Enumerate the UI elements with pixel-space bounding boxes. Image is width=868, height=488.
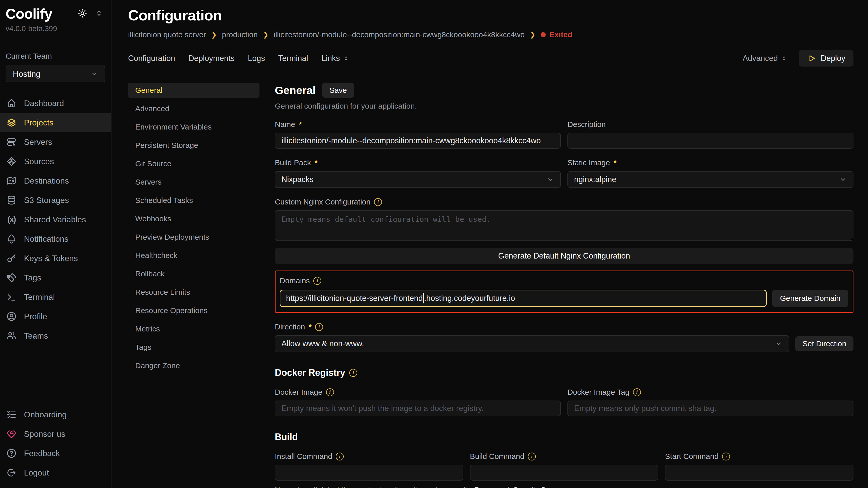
sidebar-item-label: Sources — [24, 157, 54, 166]
config-submenu: General Advanced Environment Variables P… — [128, 83, 259, 377]
sidebar-item-keys-tokens[interactable]: Keys & Tokens — [0, 249, 111, 268]
submenu-git-source[interactable]: Git Source — [128, 156, 259, 171]
tab-configuration[interactable]: Configuration — [128, 54, 175, 63]
start-command-label: Start Command i — [665, 452, 854, 461]
install-command-input[interactable] — [275, 465, 463, 481]
tab-logs[interactable]: Logs — [248, 54, 265, 63]
team-select[interactable]: Hosting — [6, 66, 105, 83]
sidebar-item-logout[interactable]: Logout — [0, 463, 111, 482]
sidebar-item-s3-storages[interactable]: S3 Storages — [0, 191, 111, 210]
submenu-metrics[interactable]: Metrics — [128, 322, 259, 336]
deploy-button[interactable]: Deploy — [799, 50, 854, 67]
static-image-select[interactable]: nginx:alpine — [567, 171, 854, 188]
submenu-advanced[interactable]: Advanced — [128, 101, 259, 116]
sidebar-footer-nav: Onboarding Sponsor us Feedback Logout — [0, 405, 111, 488]
user-circle-icon — [6, 311, 17, 322]
sidebar-item-teams[interactable]: Teams — [0, 326, 111, 346]
sidebar-item-sponsor-us[interactable]: Sponsor us — [0, 424, 111, 444]
submenu-rollback[interactable]: Rollback — [128, 266, 259, 281]
breadcrumb-application[interactable]: illicitestonion/-module--decomposition:m… — [274, 30, 525, 39]
submenu-resource-limits[interactable]: Resource Limits — [128, 285, 259, 300]
save-button[interactable]: Save — [322, 83, 354, 98]
theme-selector-updown-icon[interactable] — [95, 9, 103, 18]
generate-nginx-button[interactable]: Generate Default Nginx Configuration — [275, 248, 854, 264]
info-icon[interactable]: i — [326, 388, 334, 396]
sidebar-item-dashboard[interactable]: Dashboard — [0, 94, 111, 113]
sidebar-item-notifications[interactable]: Notifications — [0, 229, 111, 249]
sidebar-item-onboarding[interactable]: Onboarding — [0, 405, 111, 424]
sidebar-item-destinations[interactable]: Destinations — [0, 171, 111, 191]
info-icon[interactable]: i — [336, 453, 344, 460]
domains-input[interactable]: https://illicitonion-quote-server-fronte… — [280, 290, 767, 307]
tab-links-label: Links — [321, 54, 340, 63]
static-image-value: nginx:alpine — [574, 175, 616, 184]
sidebar-item-profile[interactable]: Profile — [0, 307, 111, 326]
docker-image-input[interactable] — [275, 400, 561, 416]
chevron-down-icon — [91, 70, 98, 78]
submenu-tags[interactable]: Tags — [128, 340, 259, 355]
parentheses-x-icon: (x) — [6, 215, 17, 224]
info-icon[interactable]: i — [374, 198, 382, 206]
chevron-down-icon — [775, 340, 782, 348]
submenu-healthcheck[interactable]: Healthcheck — [128, 248, 259, 263]
submenu-scheduled-tasks[interactable]: Scheduled Tasks — [128, 193, 259, 208]
breadcrumb-project[interactable]: illicitonion quote server — [128, 30, 206, 39]
set-direction-button[interactable]: Set Direction — [795, 336, 854, 351]
nginx-config-label: Custom Nginx Configuration i — [275, 198, 854, 206]
sidebar-item-label: Profile — [24, 312, 47, 321]
sidebar-item-tags[interactable]: Tags — [0, 268, 111, 287]
status-badge: Exited — [541, 30, 572, 39]
chevron-down-icon — [547, 176, 554, 183]
sidebar-item-feedback[interactable]: Feedback — [0, 444, 111, 463]
tab-terminal[interactable]: Terminal — [278, 54, 308, 63]
direction-select[interactable]: Allow www & non-www. — [275, 335, 789, 352]
submenu-danger-zone[interactable]: Danger Zone — [128, 358, 259, 373]
framework-docs-link[interactable]: Framework Specific Docs — [474, 486, 558, 488]
deploy-label: Deploy — [821, 54, 845, 63]
breadcrumb-environment[interactable]: production — [222, 30, 258, 39]
info-icon[interactable]: i — [349, 369, 357, 377]
info-icon[interactable]: i — [633, 388, 641, 396]
submenu-servers[interactable]: Servers — [128, 175, 259, 189]
description-input[interactable] — [567, 133, 854, 149]
logout-icon — [6, 467, 17, 478]
sidebar-nav: Dashboard Projects Servers Sources Desti… — [0, 94, 111, 346]
build-command-input[interactable] — [470, 465, 658, 481]
users-icon — [6, 330, 17, 341]
sidebar-item-servers[interactable]: Servers — [0, 132, 111, 152]
docker-image-label: Docker Image i — [275, 388, 561, 396]
generate-domain-button[interactable]: Generate Domain — [772, 290, 848, 307]
docker-image-tag-input[interactable] — [567, 400, 854, 416]
submenu-persistent-storage[interactable]: Persistent Storage — [128, 138, 259, 153]
submenu-webhooks[interactable]: Webhooks — [128, 212, 259, 226]
tab-deployments[interactable]: Deployments — [188, 54, 235, 63]
start-command-input[interactable] — [665, 465, 854, 481]
server-icon — [6, 137, 17, 148]
theme-sun-icon[interactable] — [77, 8, 88, 19]
start-command-field-group: Start Command i — [665, 442, 854, 481]
page-header: Configuration illicitonion quote server … — [112, 0, 868, 39]
advanced-menu[interactable]: Advanced — [743, 54, 787, 63]
submenu-preview-deployments[interactable]: Preview Deployments — [128, 230, 259, 245]
info-icon[interactable]: i — [528, 453, 536, 460]
sidebar-item-sources[interactable]: Sources — [0, 152, 111, 171]
name-input[interactable] — [275, 133, 561, 149]
submenu-resource-operations[interactable]: Resource Operations — [128, 303, 259, 318]
submenu-environment-variables[interactable]: Environment Variables — [128, 120, 259, 134]
info-icon[interactable]: i — [722, 453, 730, 460]
info-icon[interactable]: i — [315, 323, 323, 331]
nginx-config-textarea[interactable] — [275, 210, 854, 241]
chevron-down-icon — [839, 176, 847, 183]
submenu-general[interactable]: General — [128, 83, 259, 98]
required-asterisk: * — [299, 120, 302, 129]
build-pack-select[interactable]: Nixpacks — [275, 171, 561, 188]
sidebar-item-projects[interactable]: Projects — [0, 113, 111, 132]
sidebar-item-label: Destinations — [24, 176, 69, 186]
main-area: Configuration illicitonion quote server … — [112, 0, 868, 488]
sidebar-item-terminal[interactable]: Terminal — [0, 287, 111, 307]
tab-links[interactable]: Links — [321, 54, 349, 63]
breadcrumb: illicitonion quote server ❯ production ❯… — [128, 30, 854, 39]
sidebar-item-shared-variables[interactable]: (x) Shared Variables — [0, 210, 111, 229]
info-icon[interactable]: i — [313, 277, 321, 285]
status-text: Exited — [549, 30, 572, 39]
